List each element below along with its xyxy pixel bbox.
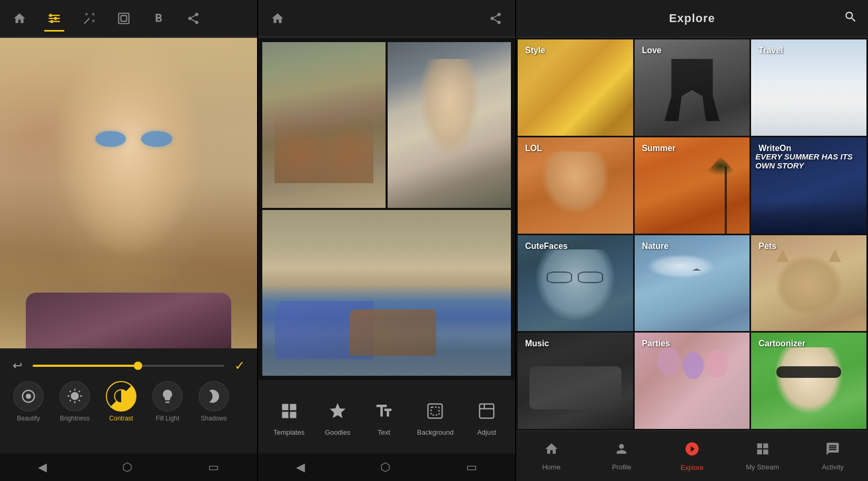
grid-cell-cartoonizer[interactable]: Cartoonizer (751, 333, 866, 429)
beautify-label: Beautify (17, 415, 40, 422)
parties-label: Parties (642, 339, 670, 348)
home-icon[interactable] (9, 8, 29, 28)
grid-cell-love[interactable]: Love (635, 39, 750, 136)
android-nav-bar-2: ◀ ⬡ ▭ (258, 454, 515, 481)
wand-icon[interactable] (79, 8, 99, 28)
cartoonizer-label: Cartoonizer (758, 339, 805, 348)
back-button-2[interactable]: ◀ (296, 460, 305, 474)
tab-mystream[interactable]: My Stream (742, 442, 784, 471)
search-button[interactable] (844, 10, 857, 27)
android-nav-bar-1: ◀ ⬡ ▭ (0, 454, 257, 481)
brightness-tool[interactable]: Brightness (54, 381, 96, 422)
confirm-button[interactable]: ✓ (230, 356, 250, 376)
brightness-slider[interactable] (33, 365, 224, 367)
grid-cell-music[interactable]: Music (518, 333, 633, 429)
lol-label: LOL (525, 144, 542, 153)
shadows-label: Shadows (201, 415, 226, 422)
home-button-1[interactable]: ⬡ (122, 460, 132, 474)
filllight-icon (152, 381, 183, 412)
travel-label: Travel (758, 46, 783, 55)
grid-cell-parties[interactable]: Parties (635, 333, 750, 429)
text-icon (371, 398, 397, 424)
explore-grid: Style Love Travel LOL Summer (516, 38, 868, 430)
contrast-tool[interactable]: Contrast (100, 381, 142, 422)
beautify-icon (13, 381, 44, 412)
explore-title: Explore (669, 12, 715, 25)
recents-button-1[interactable]: ▭ (208, 460, 219, 474)
writeon-text: EVERY SUMMER HAS ITS OWN STORY (755, 152, 862, 171)
adjust-label: Adjust (477, 428, 496, 436)
tab-explore[interactable]: Explore (671, 441, 713, 472)
tools-row: Beautify Brightness Contrast Fill Light (7, 381, 250, 422)
shadows-icon (199, 381, 229, 412)
filllight-label: Fill Light (156, 415, 180, 422)
sliders-icon[interactable] (44, 8, 64, 28)
svg-rect-14 (431, 407, 439, 415)
bottom-tab-bar: Home Profile Explore My Stream Activity (516, 430, 868, 481)
grid-cell-summer[interactable]: Summer (635, 137, 750, 234)
collage-grid (258, 38, 515, 380)
profile-tab-icon (614, 442, 629, 460)
grid-cell-style[interactable]: Style (518, 39, 633, 136)
activity-tab-label: Activity (822, 463, 844, 471)
templates-label: Templates (273, 428, 304, 436)
photo-preview (0, 38, 257, 348)
activity-tab-icon (825, 442, 840, 460)
back-button-1[interactable]: ◀ (38, 460, 47, 474)
nature-label: Nature (642, 242, 669, 251)
explore-tab-icon (684, 441, 700, 460)
grid-cell-writeon[interactable]: WriteOn EVERY SUMMER HAS ITS OWN STORY (751, 137, 866, 234)
collage-home-icon[interactable] (268, 8, 288, 28)
tab-profile[interactable]: Profile (600, 442, 643, 471)
svg-point-11 (26, 394, 31, 399)
collage-cell-girl[interactable] (388, 42, 511, 208)
text-label: Text (378, 428, 390, 436)
collage-top-nav (258, 0, 515, 38)
svg-point-3 (54, 17, 57, 20)
grid-cell-nature[interactable]: Nature (635, 235, 750, 332)
editor-top-nav (0, 0, 257, 38)
panel-collage: Templates Goodies Text Background Adjust (258, 0, 516, 481)
collage-toolbar: Templates Goodies Text Background Adjust (258, 380, 515, 454)
templates-button[interactable]: Templates (273, 398, 304, 436)
home-tab-label: Home (542, 463, 560, 471)
recents-button-2[interactable]: ▭ (466, 460, 477, 474)
frame-icon[interactable] (114, 8, 134, 28)
templates-icon (276, 398, 302, 424)
grid-cell-cutefaces[interactable]: CuteFaces (518, 235, 633, 332)
grid-cell-lol[interactable]: LOL (518, 137, 633, 234)
svg-rect-10 (121, 15, 127, 21)
tab-home[interactable]: Home (530, 442, 573, 471)
bold-text-icon[interactable] (149, 8, 169, 28)
contrast-label: Contrast (109, 415, 133, 422)
background-icon (422, 398, 448, 424)
collage-cell-boats[interactable] (262, 210, 511, 376)
shadows-tool[interactable]: Shadows (193, 381, 235, 422)
goodies-button[interactable]: Goodies (324, 398, 351, 436)
filllight-tool[interactable]: Fill Light (146, 381, 189, 422)
adjust-button[interactable]: Adjust (474, 398, 500, 436)
cutefaces-label: CuteFaces (525, 242, 568, 251)
tab-activity[interactable]: Activity (812, 442, 854, 471)
svg-point-6 (50, 19, 53, 23)
background-button[interactable]: Background (417, 398, 453, 436)
grid-cell-pets[interactable]: Pets (751, 235, 866, 332)
collage-share-icon[interactable] (486, 8, 506, 28)
beautify-tool[interactable]: Beautify (7, 381, 50, 422)
panel-explore: Explore Style Love Travel LOL (516, 0, 868, 481)
grid-cell-travel[interactable]: Travel (751, 39, 866, 136)
undo-button[interactable]: ↩ (7, 356, 27, 376)
home-button-2[interactable]: ⬡ (380, 460, 390, 474)
style-label: Style (525, 46, 545, 55)
explore-header: Explore (516, 0, 868, 38)
collage-cell-bike[interactable] (262, 42, 386, 208)
text-button[interactable]: Text (371, 398, 397, 436)
goodies-label: Goodies (325, 428, 350, 436)
share-icon[interactable] (183, 8, 203, 28)
profile-tab-label: Profile (612, 463, 632, 471)
svg-rect-13 (428, 404, 442, 418)
mystream-tab-label: My Stream (746, 463, 779, 471)
svg-point-0 (49, 14, 52, 17)
music-label: Music (525, 339, 549, 348)
love-label: Love (642, 46, 662, 55)
